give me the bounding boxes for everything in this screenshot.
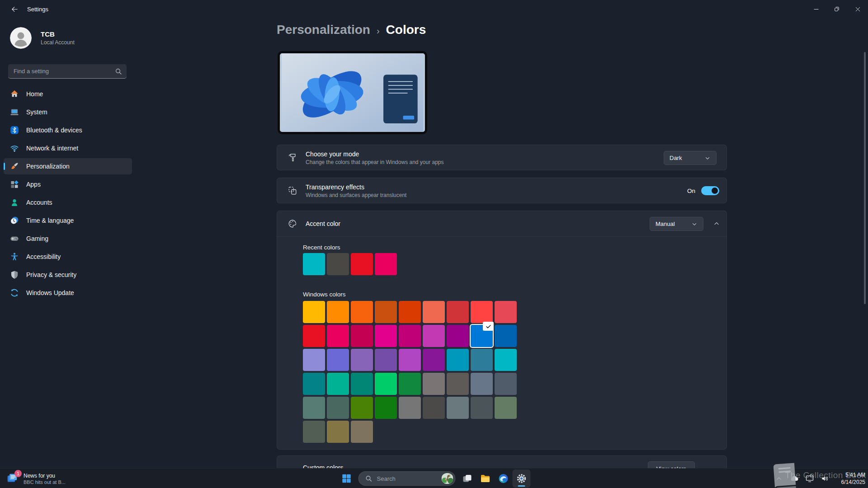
color-swatch[interactable]: [327, 325, 349, 347]
close-button[interactable]: [847, 0, 868, 18]
sidebar-item[interactable]: Home: [4, 86, 132, 102]
color-swatch[interactable]: [471, 301, 493, 323]
search-highlight-image[interactable]: [442, 473, 453, 484]
color-swatch[interactable]: [495, 301, 517, 323]
minimize-button[interactable]: [806, 0, 826, 18]
color-swatch[interactable]: [399, 349, 421, 371]
color-swatch[interactable]: [447, 349, 469, 371]
color-swatch[interactable]: [471, 373, 493, 395]
color-swatch[interactable]: [495, 373, 517, 395]
sidebar-item[interactable]: Bluetooth & devices: [4, 122, 132, 138]
color-swatch[interactable]: [447, 301, 469, 323]
color-swatch[interactable]: [399, 373, 421, 395]
color-swatch[interactable]: [447, 373, 469, 395]
color-swatch[interactable]: [303, 253, 325, 275]
settings-search-box[interactable]: [8, 64, 127, 79]
color-swatch[interactable]: [471, 325, 493, 347]
color-swatch[interactable]: [351, 325, 373, 347]
recent-colors-label: Recent colors: [303, 244, 340, 251]
color-swatch[interactable]: [327, 397, 349, 419]
color-swatch[interactable]: [423, 349, 445, 371]
taskbar-search-input[interactable]: [376, 475, 438, 483]
mode-dropdown[interactable]: Dark: [664, 151, 717, 165]
color-swatch[interactable]: [495, 325, 517, 347]
color-swatch[interactable]: [423, 301, 445, 323]
color-swatch[interactable]: [351, 301, 373, 323]
sidebar-item[interactable]: Gaming: [4, 230, 132, 247]
color-swatch[interactable]: [351, 373, 373, 395]
color-swatch[interactable]: [303, 349, 325, 371]
color-swatch[interactable]: [303, 373, 325, 395]
accent-expanded-content: Recent colors: [277, 236, 726, 449]
color-swatch[interactable]: [327, 349, 349, 371]
color-swatch[interactable]: [351, 421, 373, 443]
accent-mode-dropdown[interactable]: Manual: [650, 217, 703, 231]
network-tray-icon[interactable]: [803, 472, 816, 485]
chevron-up-icon[interactable]: [713, 220, 720, 227]
sidebar-item[interactable]: System: [4, 104, 132, 120]
color-swatch[interactable]: [447, 397, 469, 419]
color-swatch[interactable]: [399, 397, 421, 419]
sidebar-item[interactable]: Privacy & security: [4, 267, 132, 283]
onedrive-tray-icon[interactable]: [788, 472, 801, 485]
edge-button[interactable]: [495, 469, 513, 488]
breadcrumb-parent[interactable]: Personalization: [277, 23, 370, 37]
file-explorer-button[interactable]: [476, 469, 495, 488]
account-card[interactable]: TCB Local Account: [10, 27, 75, 49]
color-swatch[interactable]: [399, 325, 421, 347]
color-swatch[interactable]: [303, 397, 325, 419]
choose-mode-card: Choose your mode Change the colors that …: [277, 145, 727, 170]
color-swatch[interactable]: [327, 421, 349, 443]
color-swatch[interactable]: [327, 253, 349, 275]
color-swatch[interactable]: [327, 301, 349, 323]
color-swatch[interactable]: [471, 349, 493, 371]
task-view-button[interactable]: [458, 469, 476, 488]
color-swatch[interactable]: [303, 325, 325, 347]
sidebar-item[interactable]: Network & internet: [4, 140, 132, 156]
window-title: Settings: [27, 6, 48, 13]
color-swatch[interactable]: [423, 373, 445, 395]
color-swatch[interactable]: [375, 373, 397, 395]
color-swatch[interactable]: [351, 397, 373, 419]
color-swatch[interactable]: [399, 301, 421, 323]
sidebar-item[interactable]: Windows Update: [4, 285, 132, 301]
color-swatch[interactable]: [351, 253, 373, 275]
color-swatch[interactable]: [303, 301, 325, 323]
color-swatch[interactable]: [447, 325, 469, 347]
color-swatch[interactable]: [471, 397, 493, 419]
sidebar-item[interactable]: Time & language: [4, 212, 132, 229]
sidebar-item[interactable]: Accessibility: [4, 249, 132, 265]
vertical-scrollbar[interactable]: [864, 52, 866, 304]
check-badge: [483, 322, 494, 331]
color-swatch[interactable]: [423, 325, 445, 347]
gear-icon: [516, 473, 527, 484]
color-swatch[interactable]: [375, 301, 397, 323]
color-swatch[interactable]: [423, 397, 445, 419]
color-swatch[interactable]: [375, 325, 397, 347]
theme-preview-image: [278, 51, 427, 134]
color-swatch[interactable]: [327, 373, 349, 395]
hidden-icons-button[interactable]: [772, 472, 786, 485]
account-name: TCB: [41, 30, 75, 38]
sidebar-item[interactable]: Apps: [4, 176, 132, 192]
color-swatch[interactable]: [375, 253, 397, 275]
back-button[interactable]: [5, 2, 24, 16]
widgets-button[interactable]: 1 News for you BBC hits out at B...: [3, 470, 69, 487]
color-swatch[interactable]: [375, 349, 397, 371]
sidebar-item[interactable]: Personalization: [4, 158, 132, 174]
start-button[interactable]: [338, 469, 356, 488]
color-swatch[interactable]: [495, 397, 517, 419]
volume-tray-icon[interactable]: [818, 472, 832, 485]
color-swatch[interactable]: [495, 349, 517, 371]
settings-app-button[interactable]: [513, 469, 531, 488]
transparency-toggle[interactable]: [701, 186, 719, 195]
toggle-state-label: On: [687, 188, 695, 194]
settings-search-input[interactable]: [13, 67, 115, 75]
restore-button[interactable]: [826, 0, 847, 18]
color-swatch[interactable]: [351, 349, 373, 371]
taskbar-search-box[interactable]: [359, 471, 456, 486]
sidebar-item[interactable]: Accounts: [4, 194, 132, 211]
clock[interactable]: 5:41 AM 6/14/2025: [835, 471, 865, 486]
color-swatch[interactable]: [375, 397, 397, 419]
color-swatch[interactable]: [303, 421, 325, 443]
